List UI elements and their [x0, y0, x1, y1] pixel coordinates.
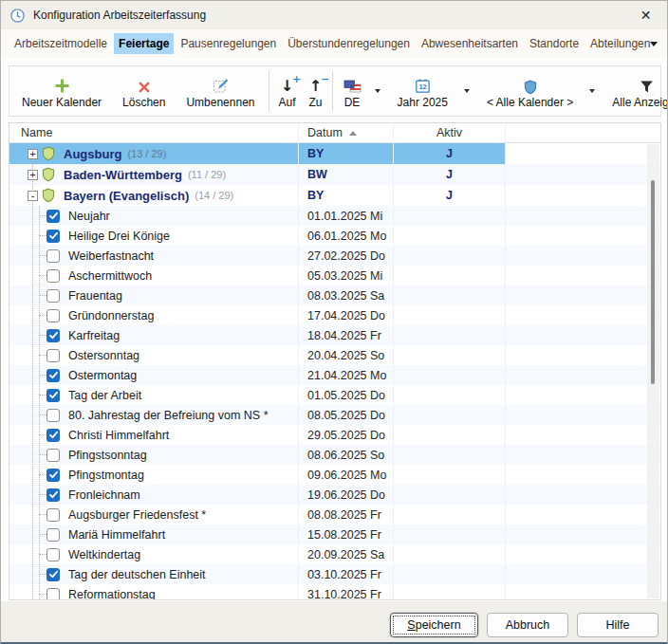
holiday-active-cell: [394, 285, 506, 305]
tab-overflow-chevron-icon[interactable]: [650, 42, 658, 46]
close-button[interactable]: ✕: [624, 1, 667, 29]
vertical-scrollbar[interactable]: [647, 144, 659, 598]
holiday-checkbox-unchecked[interactable]: [46, 409, 60, 422]
calendar-region-cell: BY: [299, 185, 394, 206]
dropdown-arrow-icon[interactable]: [464, 89, 470, 93]
holiday-checkbox-unchecked[interactable]: [46, 349, 60, 362]
tree-branch-line: [39, 255, 46, 256]
holiday-row[interactable]: Mariä Himmelfahrt15.08.2025 Fr: [9, 524, 660, 544]
holiday-checkbox-checked[interactable]: [46, 369, 60, 382]
calendar-row[interactable]: +Augsburg(13 / 29)BYJ: [9, 143, 660, 164]
holiday-name: Reformationstag: [68, 588, 156, 600]
holiday-checkbox-checked[interactable]: [46, 329, 60, 342]
holiday-row[interactable]: Tag der deutschen Einheit03.10.2025 Fr: [9, 564, 660, 584]
holiday-row[interactable]: Frauentag08.03.2025 Sa: [9, 285, 660, 305]
speichern-button[interactable]: Speichern: [390, 613, 478, 637]
holiday-checkbox-unchecked[interactable]: [46, 269, 60, 283]
holiday-checkbox-checked[interactable]: [46, 488, 60, 502]
tree-collapse-icon[interactable]: -: [28, 191, 38, 201]
tab-abteilungen[interactable]: Abteilungen: [585, 33, 655, 54]
holiday-checkbox-checked[interactable]: [46, 230, 60, 243]
holiday-checkbox-checked[interactable]: [46, 568, 60, 581]
tab-feiertage[interactable]: Feiertage: [114, 33, 174, 54]
toolbar-button-zu[interactable]: ↑−Zu: [303, 67, 329, 115]
calendar-row[interactable]: +Baden-Württemberg(11 / 29)BWJ: [9, 164, 660, 185]
tree-branch-line: [39, 574, 46, 575]
holiday-row[interactable]: Tag der Arbeit01.05.2025 Do: [9, 385, 660, 405]
holiday-row[interactable]: Ostermontag21.04.2025 Mo: [9, 365, 660, 385]
toolbar: Neuer KalenderLöschenUmbenennen↓+Auf↑−Zu…: [9, 65, 661, 117]
holiday-row[interactable]: Karfreitag18.04.2025 Fr: [9, 325, 660, 345]
holiday-date-cell: 09.06.2025 Mo: [299, 465, 394, 485]
tree-child-line: [39, 206, 40, 599]
holiday-checkbox-unchecked[interactable]: [46, 309, 60, 322]
holiday-row[interactable]: Reformationstag31.10.2025 Fr: [9, 584, 660, 599]
holiday-active-cell: [394, 206, 506, 226]
toolbar-button-l-schen[interactable]: Löschen: [112, 67, 176, 115]
holiday-checkbox-checked[interactable]: [46, 429, 60, 442]
holiday-checkbox-checked[interactable]: [46, 389, 60, 402]
holiday-date-cell: 17.04.2025 Do: [299, 305, 394, 325]
holiday-checkbox-unchecked[interactable]: [46, 548, 60, 561]
scrollbar-thumb[interactable]: [651, 180, 655, 384]
holiday-row[interactable]: Ostersonntag20.04.2025 So: [9, 345, 660, 365]
holiday-row[interactable]: Weiberfastnacht27.02.2025 Do: [9, 246, 660, 266]
tab-berstundenregelungen[interactable]: Überstundenregelungen: [283, 33, 415, 54]
toolbar-button-umbenennen[interactable]: Umbenennen: [176, 67, 265, 115]
holiday-checkbox-checked[interactable]: [46, 210, 60, 223]
table-header: Name Datum Aktiv: [9, 123, 660, 143]
column-header-name[interactable]: Name: [9, 123, 299, 142]
holiday-row[interactable]: Pfingstmontag09.06.2025 Mo: [9, 465, 660, 485]
holiday-checkbox-checked[interactable]: [46, 469, 60, 482]
tree-expand-icon[interactable]: +: [28, 170, 38, 180]
holiday-date: 21.04.2025 Mo: [299, 369, 386, 382]
holiday-checkbox-unchecked[interactable]: [46, 249, 60, 263]
holiday-date-cell: 08.03.2025 Sa: [299, 285, 394, 305]
holiday-name: Fronleichnam: [68, 488, 140, 502]
holiday-row[interactable]: Fronleichnam19.06.2025 Do: [9, 485, 660, 505]
toolbar-button-jahr-2025[interactable]: 12Jahr 2025: [387, 67, 458, 115]
calendar-row[interactable]: -Bayern (Evangelisch)(14 / 29)BYJ: [9, 185, 660, 206]
holiday-row[interactable]: Christi Himmelfahrt29.05.2025 Do: [9, 425, 660, 445]
holiday-row[interactable]: Weltkindertag20.09.2025 Sa: [9, 544, 660, 564]
tree-branch-line: [39, 335, 46, 336]
toolbar-button-neuer-kalender[interactable]: Neuer Kalender: [11, 67, 112, 115]
holiday-row[interactable]: Heilige Drei Könige06.01.2025 Mo: [9, 226, 660, 246]
hilfe-button[interactable]: Hilfe: [577, 613, 659, 637]
tree-branch-line: [39, 554, 46, 555]
column-header-aktiv[interactable]: Aktiv: [394, 123, 506, 142]
holiday-checkbox-unchecked[interactable]: [46, 449, 60, 462]
holiday-row[interactable]: Gründonnerstag17.04.2025 Do: [9, 305, 660, 325]
holiday-date: 08.06.2025 So: [299, 449, 384, 462]
toolbar-button-alle-anzeigen[interactable]: Alle Anzeigen: [602, 67, 668, 115]
toolbar-button-de[interactable]: DE: [336, 67, 369, 115]
rename-edit-icon: [212, 74, 230, 95]
tree-expand-icon[interactable]: +: [28, 149, 38, 159]
holiday-checkbox-unchecked[interactable]: [46, 289, 60, 303]
holiday-row[interactable]: 80. Jahrestag der Befreiung vom NS *08.0…: [9, 405, 660, 425]
tree-branch-line: [39, 454, 46, 455]
tab-standorte[interactable]: Standorte: [525, 33, 584, 54]
toolbar-button-auf[interactable]: ↓+Auf: [272, 67, 303, 115]
holiday-checkbox-unchecked[interactable]: [46, 528, 60, 542]
tab-abwesenheitsarten[interactable]: Abwesenheitsarten: [417, 33, 523, 54]
toolbar-group-jahr-2025: 12Jahr 2025: [387, 67, 476, 115]
holiday-row[interactable]: Pfingstsonntag08.06.2025 So: [9, 445, 660, 465]
holiday-name: Weltkindertag: [68, 548, 140, 561]
holiday-name: Mariä Himmelfahrt: [68, 528, 165, 542]
column-header-datum[interactable]: Datum: [299, 123, 394, 142]
toolbar-button-alle-kalender[interactable]: < Alle Kalender >: [476, 67, 584, 115]
holiday-checkbox-unchecked[interactable]: [46, 588, 60, 600]
tree-branch-line: [39, 414, 46, 415]
tab-arbeitszeitmodelle[interactable]: Arbeitszeitmodelle: [9, 33, 112, 54]
dropdown-arrow-icon[interactable]: [375, 89, 380, 93]
abbruch-button[interactable]: Abbruch: [487, 613, 568, 637]
tab-pausenregelungen[interactable]: Pausenregelungen: [176, 33, 281, 54]
holiday-row[interactable]: Augsburger Friedensfest *08.08.2025 Fr: [9, 505, 660, 524]
holiday-name-cell: Pfingstmontag: [9, 465, 299, 485]
dropdown-arrow-icon[interactable]: [589, 89, 595, 93]
holiday-row[interactable]: Neujahr01.01.2025 Mi: [9, 206, 660, 226]
holiday-checkbox-unchecked[interactable]: [46, 508, 60, 522]
holiday-row[interactable]: Aschermittwoch05.03.2025 Mi: [9, 266, 660, 285]
holiday-name-cell: Ostermontag: [9, 365, 299, 385]
